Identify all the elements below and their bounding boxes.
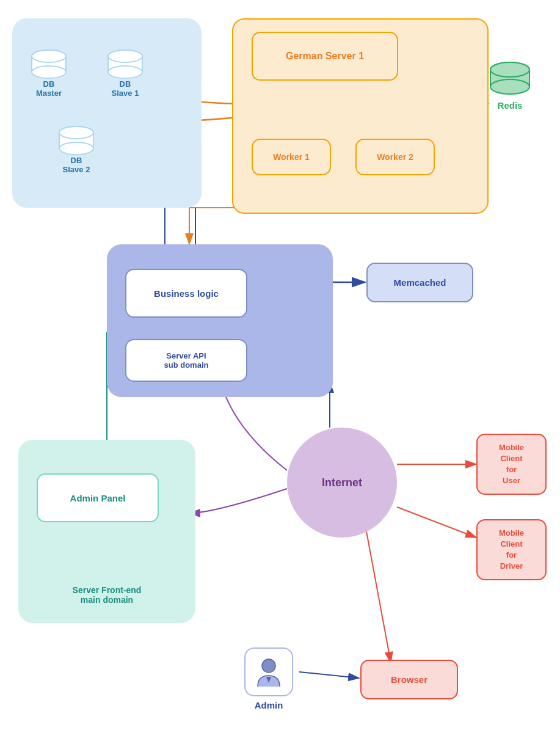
memcached-box: Memcached bbox=[366, 263, 473, 302]
admin-panel-box: Admin Panel bbox=[37, 473, 159, 522]
diagram-container: DB Master DB Slave 1 DB Slave 2 bbox=[0, 0, 560, 733]
db-slave1: DB Slave 1 bbox=[107, 49, 144, 98]
svg-point-31 bbox=[262, 659, 275, 673]
internet-circle: Internet bbox=[287, 428, 397, 538]
server-api-box: Server API sub domain bbox=[125, 339, 247, 382]
worker1-box: Worker 1 bbox=[252, 139, 331, 175]
svg-point-25 bbox=[59, 142, 93, 155]
german-server-box: German Server 1 bbox=[252, 32, 398, 81]
svg-point-21 bbox=[108, 66, 142, 78]
svg-point-22 bbox=[108, 50, 142, 62]
business-logic-box: Business logic bbox=[125, 269, 247, 318]
mobile-client-user-box: Mobile Client for User bbox=[476, 434, 547, 495]
svg-point-17 bbox=[32, 66, 66, 78]
mobile-client-driver-box: Mobile Client for Driver bbox=[476, 519, 547, 580]
redis-container: Redis bbox=[489, 61, 531, 111]
worker2-box: Worker 2 bbox=[355, 139, 435, 175]
frontend-label: Server Front-end main domain bbox=[18, 585, 195, 605]
svg-line-13 bbox=[366, 531, 391, 663]
german-server-group: German Server 1 Worker 1 Worker 2 bbox=[232, 18, 489, 214]
admin-container: Admin bbox=[238, 647, 299, 715]
browser-box: Browser bbox=[360, 660, 458, 699]
db-slave2: DB Slave 2 bbox=[58, 125, 95, 174]
frontend-server-group: Admin Panel Server Front-end main domain bbox=[18, 440, 195, 623]
db-master: DB Master bbox=[31, 49, 67, 98]
svg-line-12 bbox=[397, 507, 476, 538]
svg-line-14 bbox=[299, 672, 359, 678]
db-cluster-group: DB Master DB Slave 1 DB Slave 2 bbox=[12, 18, 202, 208]
app-server-group: Business logic Server API sub domain bbox=[107, 244, 333, 397]
admin-icon bbox=[244, 647, 293, 696]
svg-point-29 bbox=[490, 79, 529, 94]
svg-point-30 bbox=[490, 62, 529, 77]
svg-point-26 bbox=[59, 126, 93, 139]
svg-point-18 bbox=[32, 50, 66, 62]
